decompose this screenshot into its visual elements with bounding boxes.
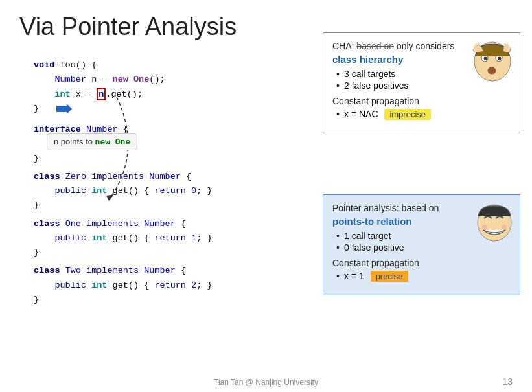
panel-bottom-const-bullets: x = 1 precise — [332, 271, 511, 282]
code-area: void foo() { Number n = new One(); int x… — [13, 58, 298, 307]
precise-badge: precise — [371, 271, 408, 282]
code-text-3: } — [34, 102, 39, 116]
slide: Via Pointer Analysis void foo() { Number… — [0, 0, 532, 392]
strikethrough-text: based on — [356, 41, 394, 51]
tooltip-highlight: new One — [95, 137, 131, 147]
panel-top-const-title: Constant propagation — [332, 96, 511, 106]
panel-bottom-const-title: Constant propagation — [332, 258, 511, 268]
meme-face-top — [470, 38, 515, 85]
code-text-zbrace: } — [34, 198, 39, 213]
panel-bottom: Pointer analysis: based on points-to rel… — [323, 194, 520, 295]
code-text-arrow: int x = n.get(); — [34, 87, 143, 102]
svg-point-10 — [502, 225, 507, 230]
panel-top-const-prop: Constant propagation x = NAC imprecise — [332, 96, 511, 120]
arrow-indicator — [13, 88, 31, 101]
code-text-oneget: public int get() { return 1; } — [34, 231, 213, 246]
panel-top-const-bullets: x = NAC imprecise — [332, 109, 511, 120]
svg-point-9 — [482, 225, 487, 230]
code-line-tbrace: } — [13, 293, 298, 307]
code-line-ibrace: } — [13, 152, 298, 166]
code-line-oneget: public int get() { return 1; } — [13, 231, 298, 246]
footer-credit: Tian Tan @ Nanjing University — [0, 378, 532, 387]
imprecise-badge: imprecise — [384, 109, 431, 120]
code-line-zbrace: } — [13, 198, 298, 213]
code-line-1: void foo() { — [13, 58, 298, 73]
meme-face-bottom-svg — [474, 200, 515, 244]
svg-marker-0 — [56, 104, 72, 114]
meme-face-bottom — [474, 200, 515, 244]
code-text-obrace: } — [34, 246, 39, 260]
svg-point-5 — [484, 57, 487, 60]
code-text-zero: class Zero implements Number { — [34, 170, 191, 184]
code-text-two: class Two implements Number { — [34, 264, 186, 278]
code-line-zeroget: public int get() { return 0; } — [13, 184, 298, 198]
code-line-arrow: int x = n.get(); — [13, 87, 298, 102]
code-text-tbrace: } — [34, 293, 39, 307]
panel-top: CHA: based on only considers class hiera… — [323, 32, 520, 133]
code-text-zeroget: public int get() { return 0; } — [34, 184, 213, 198]
code-text-one: class One implements Number { — [34, 217, 186, 231]
code-text-2: Number n = new One(); — [34, 73, 165, 87]
meme-face-top-svg — [470, 38, 515, 85]
code-text-1: void foo() { — [34, 58, 97, 73]
code-line-2: Number n = new One(); — [13, 73, 298, 87]
bullet-top-const: x = NAC imprecise — [335, 109, 511, 120]
footer-page-num: 13 — [502, 376, 513, 387]
code-line-two: class Two implements Number { — [13, 264, 298, 278]
tooltip-text-before: n points to — [54, 137, 95, 146]
code-spacer-1 — [13, 116, 298, 122]
code-line-one: class One implements Number { — [13, 217, 298, 231]
panel-bottom-const-prop: Constant propagation x = 1 precise — [332, 258, 511, 282]
code-line-twoget: public int get() { return 2; } — [13, 279, 298, 293]
tooltip-box: n points to new One — [47, 133, 137, 150]
code-line-zero: class Zero implements Number { — [13, 170, 298, 184]
bullet-bottom-const: x = 1 precise — [335, 271, 511, 282]
svg-point-7 — [488, 67, 496, 74]
svg-point-6 — [498, 57, 502, 60]
code-line-obrace: } — [13, 246, 298, 260]
code-text-twoget: public int get() { return 2; } — [34, 279, 213, 293]
right-arrow-icon — [55, 102, 73, 115]
code-text-ibrace: } — [34, 152, 39, 166]
